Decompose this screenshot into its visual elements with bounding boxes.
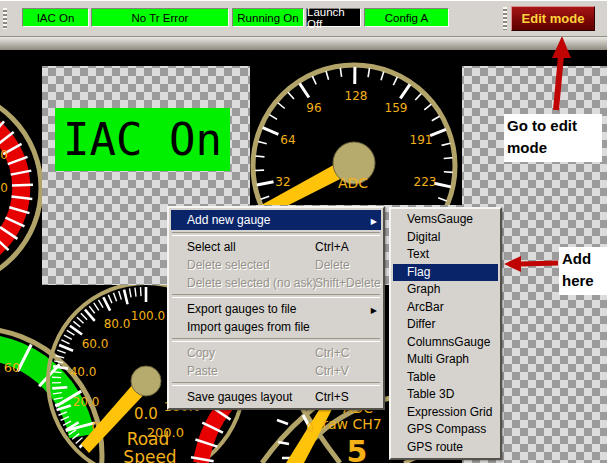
status-flag-label: Config A	[385, 12, 428, 24]
submenu-item-table-3d[interactable]: Table 3D	[393, 386, 498, 404]
go-to-edit-mode-note: Go to edit mode	[504, 114, 602, 162]
menu-item-export-gauges[interactable]: Export gauges to file	[171, 300, 381, 318]
menu-item-label: Delete selected	[187, 258, 270, 272]
menu-item-delete-selected-no-ask: Delete selected (no ask) Shift+Delete	[171, 274, 381, 292]
menu-item-select-all[interactable]: Select all Ctrl+A	[171, 238, 381, 256]
status-flag: Config A	[364, 8, 449, 27]
menu-item-label: Export gauges to file	[187, 302, 296, 316]
submenu-arrow-icon	[371, 210, 377, 232]
menu-shortcut: Ctrl+C	[315, 344, 349, 362]
menu-shortcut: Ctrl+A	[315, 238, 349, 256]
status-flag: No Tr Error	[91, 8, 229, 27]
submenu-item-flag[interactable]: Flag	[393, 264, 498, 282]
status-flag-label: IAC On	[37, 12, 75, 24]
iac-on-flag-gauge: IAC On	[55, 108, 230, 171]
adc-gauge-background	[250, 50, 462, 205]
status-flag: IAC On	[22, 8, 89, 27]
status-flag: Running On	[232, 8, 304, 27]
menu-item-label: Delete selected (no ask)	[187, 276, 316, 290]
menu-item-label: Copy	[187, 346, 215, 360]
menu-shortcut: Ctrl+S	[315, 388, 349, 406]
submenu-arrow-icon	[371, 300, 377, 320]
menu-item-add-new-gauge[interactable]: Add new gauge	[171, 210, 381, 230]
status-toolbar: IAC On No Tr Error Running On Launch Off…	[0, 0, 607, 37]
toolbar-shadow	[0, 36, 607, 50]
menu-item-import-gauges[interactable]: Import gauges from file	[171, 318, 381, 336]
menu-shortcut: Delete	[315, 256, 350, 274]
menu-separator	[172, 338, 380, 342]
add-gauge-submenu: VemsGauge Digital Text Flag Graph ArcBar…	[389, 207, 502, 460]
menu-item-label: Select all	[187, 240, 236, 254]
submenu-item-expression-grid[interactable]: Expression Grid	[393, 404, 498, 422]
submenu-item-gps-compass[interactable]: GPS Compass	[393, 421, 498, 439]
menu-shortcut: Shift+Delete	[315, 274, 381, 292]
menu-shortcut: Ctrl+V	[315, 362, 349, 380]
submenu-item-table[interactable]: Table	[393, 369, 498, 387]
status-flag-label: Running On	[237, 12, 298, 24]
menu-item-label: Paste	[187, 364, 218, 378]
submenu-item-vemsgauge[interactable]: VemsGauge	[393, 211, 498, 229]
context-menu: Add new gauge Select all Ctrl+A Delete s…	[167, 206, 385, 410]
menu-separator	[172, 382, 380, 386]
toolbar-grip-handle[interactable]	[3, 8, 7, 29]
menu-item-copy: Copy Ctrl+C	[171, 344, 381, 362]
toolbar-grip-handle[interactable]	[503, 7, 507, 30]
submenu-item-multi-graph[interactable]: Multi Graph	[393, 351, 498, 369]
submenu-item-columnsgauge[interactable]: ColumnsGauge	[393, 334, 498, 352]
status-flag-label: No Tr Error	[132, 12, 189, 24]
submenu-item-arcbar[interactable]: ArcBar	[393, 299, 498, 317]
submenu-item-gps-route[interactable]: GPS route	[393, 439, 498, 457]
submenu-item-differ[interactable]: Differ	[393, 316, 498, 334]
status-flag-label: Launch Off	[307, 6, 360, 30]
status-flag: Launch Off	[306, 8, 361, 27]
menu-separator	[172, 232, 380, 236]
menu-separator	[172, 294, 380, 298]
menu-item-paste: Paste Ctrl+V	[171, 362, 381, 380]
add-here-note: Add here	[559, 247, 607, 295]
submenu-item-digital[interactable]: Digital	[393, 229, 498, 247]
edit-mode-button[interactable]: Edit mode	[511, 6, 595, 31]
menu-item-label: Add new gauge	[187, 213, 270, 227]
menu-item-label: Save gauges layout	[187, 390, 292, 404]
submenu-item-text[interactable]: Text	[393, 246, 498, 264]
menu-item-label: Import gauges from file	[187, 320, 310, 334]
submenu-item-graph[interactable]: Graph	[393, 281, 498, 299]
menu-item-save-gauges-layout[interactable]: Save gauges layout Ctrl+S	[171, 388, 381, 406]
menu-item-delete-selected: Delete selected Delete	[171, 256, 381, 274]
